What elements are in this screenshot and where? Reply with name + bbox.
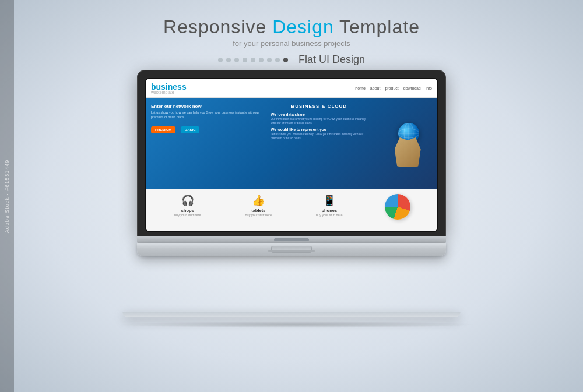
hero-item1-title: We love data share: [271, 112, 367, 116]
website-nav: business webtemplate home about product …: [146, 79, 437, 98]
dot-7[interactable]: [267, 58, 272, 62]
screen-bezel: business webtemplate home about product …: [145, 78, 438, 232]
dot-2[interactable]: [226, 58, 231, 62]
feature-shops: 🎧 shops buy your stuff here: [152, 194, 223, 217]
hero-text: Let us show you how we can help you Grow…: [151, 111, 264, 119]
subtitle: for your personal business projects: [0, 39, 583, 48]
dot-4[interactable]: [243, 58, 247, 62]
laptop-hinge: [137, 236, 446, 243]
website-logo: business webtemplate: [151, 82, 187, 94]
title-part1: Responsive: [163, 16, 272, 37]
dots-pagination: Flat UI Design: [0, 54, 583, 66]
nav-home[interactable]: home: [355, 86, 366, 90]
header-section: Responsive Design Template for your pers…: [0, 0, 583, 66]
laptop-mockup: business webtemplate home about product …: [137, 70, 446, 256]
pie-chart-container: [365, 194, 431, 220]
hero-item2-text: Let us show you how we can help Grow you…: [271, 132, 367, 140]
phones-icon: 📱: [296, 194, 363, 207]
laptop-shadow: [117, 321, 478, 328]
laptop-base: [137, 243, 446, 256]
tablets-title: tablets: [226, 208, 292, 213]
hero-item-2: We would like to represent you Let us sh…: [271, 128, 367, 140]
phones-title: phones: [296, 208, 363, 213]
website-content: business webtemplate home about product …: [146, 79, 437, 231]
hero-left: Enter our network now Let us show you ho…: [146, 98, 268, 189]
dot-6[interactable]: [259, 58, 264, 62]
tablets-icon: 👍: [226, 194, 292, 207]
hero-item1-text: Our new business is what you're looking …: [271, 117, 367, 125]
tablets-sub: buy your stuff here: [226, 213, 292, 217]
laptop-screen-body: business webtemplate home about product …: [137, 70, 446, 236]
nav-links: home about product download info: [355, 86, 432, 90]
laptop-screen: business webtemplate home about product …: [146, 79, 437, 231]
nav-about[interactable]: about: [370, 86, 381, 90]
dot-8[interactable]: [275, 58, 280, 62]
hero-globe: [370, 98, 437, 189]
laptop-foot: [122, 312, 461, 317]
title-part2: Template: [334, 16, 420, 37]
globe-hand-visual: [383, 120, 424, 167]
laptop-foot-area: [117, 312, 466, 328]
dot-5[interactable]: [251, 58, 255, 62]
flat-ui-label: Flat UI Design: [298, 54, 365, 66]
website-features: 🎧 shops buy your stuff here 👍 tablets bu…: [146, 189, 437, 231]
pie-chart: [385, 194, 410, 220]
hand-shape: [395, 137, 421, 167]
dot-1[interactable]: [218, 58, 223, 62]
phones-sub: buy your stuff here: [296, 213, 363, 217]
dot-9-active[interactable]: [283, 58, 288, 62]
website-hero: Enter our network now Let us show you ho…: [146, 98, 437, 189]
trackpad[interactable]: [271, 246, 312, 253]
hero-item-1: We love data share Our new business is w…: [271, 112, 367, 125]
feature-tablets: 👍 tablets buy your stuff here: [223, 194, 294, 217]
logo-subtext: webtemplate: [151, 90, 187, 94]
shops-icon: 🎧: [154, 194, 221, 207]
shops-title: shops: [154, 208, 221, 213]
watermark-text: Adobe Stock · #61531449: [4, 159, 10, 233]
feature-phones: 📱 phones buy your stuff here: [294, 194, 365, 217]
title-highlight: Design: [272, 16, 334, 37]
shops-sub: buy your stuff here: [154, 213, 221, 217]
hero-right-text: BUSINESS & CLOUD We love data share Our …: [268, 98, 370, 189]
nav-product[interactable]: product: [385, 86, 398, 90]
hero-heading: Enter our network now: [151, 104, 264, 109]
watermark-strip: Adobe Stock · #61531449: [0, 0, 14, 392]
nav-download[interactable]: download: [403, 86, 421, 90]
dot-3[interactable]: [234, 58, 239, 62]
hero-title: BUSINESS & CLOUD: [271, 104, 367, 109]
main-title: Responsive Design Template: [0, 16, 583, 38]
hero-item2-title: We would like to represent you: [271, 128, 367, 132]
basic-button[interactable]: BASIC: [181, 126, 200, 133]
premium-button[interactable]: PREMIUM: [151, 126, 175, 133]
nav-info[interactable]: info: [426, 86, 432, 90]
